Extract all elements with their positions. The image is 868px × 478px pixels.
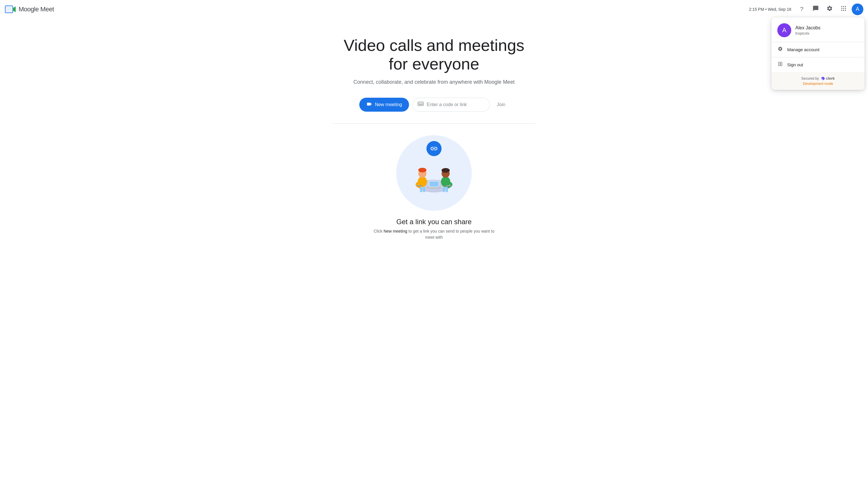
feedback-button[interactable] [810,3,822,15]
user-info-email: tropicolx [795,31,820,35]
link-badge [427,141,441,156]
svg-rect-13 [418,102,423,106]
svg-point-4 [843,6,844,7]
svg-rect-18 [419,104,423,105]
section-divider [332,123,536,124]
settings-button[interactable] [824,3,835,15]
user-info: Alex Jacobs tropicolx [795,25,820,35]
help-button[interactable]: ? [796,3,808,15]
svg-point-10 [843,10,844,11]
svg-rect-16 [421,103,422,104]
svg-rect-17 [422,103,423,104]
user-menu-dropdown: A Alex Jacobs tropicolx Manage account [772,18,865,90]
svg-rect-15 [420,103,420,104]
new-meeting-label: New meeting [375,102,402,107]
hero-subtitle: Connect, collaborate, and celebrate from… [353,78,515,86]
user-avatar-large: A [777,23,791,37]
apps-button[interactable] [838,3,849,15]
svg-point-8 [845,8,846,9]
main-content: Video calls and meetings for everyone Co… [0,19,868,240]
feedback-icon [812,5,819,13]
illustration-description: Click New meeting to get a link you can … [373,228,495,240]
svg-point-6 [841,8,842,9]
svg-point-5 [845,6,846,7]
datetime-display: 2:15 PM • Wed, Sep 18 [749,7,791,12]
secured-text: Secured by clerk [801,76,835,81]
dev-mode-text: Development mode [803,82,833,86]
join-button[interactable]: Join [493,100,509,110]
clerk-label: clerk [826,76,835,81]
logo-text: Moogle Meet [19,5,54,13]
svg-point-26 [441,168,450,173]
svg-rect-35 [446,185,452,186]
avatar-letter: A [856,6,859,12]
illustration-desc-bold: New meeting [383,229,407,234]
illustration-title: Get a link you can share [397,218,472,226]
svg-rect-33 [446,187,448,192]
people-illustration [405,151,463,204]
illustration-section: Get a link you can share Click New meeti… [373,135,495,240]
help-icon: ? [800,6,803,12]
new-meeting-button[interactable]: New meeting [359,98,409,112]
code-input-area [412,98,490,112]
manage-account-item[interactable]: Manage account [772,42,865,57]
svg-point-11 [845,10,846,11]
sign-out-icon [777,61,783,68]
clerk-logo: clerk [821,76,835,81]
svg-rect-28 [429,181,439,187]
header-right: 2:15 PM • Wed, Sep 18 ? [749,3,863,15]
action-area: New meeting Join [359,98,509,112]
svg-rect-32 [443,187,445,192]
svg-rect-1 [6,6,12,12]
keyboard-icon [417,100,424,109]
svg-point-3 [841,6,842,7]
apps-icon [840,5,847,13]
moogle-meet-logo-icon [5,3,16,15]
user-info-name: Alex Jacobs [795,25,820,31]
svg-point-9 [841,10,842,11]
header: Moogle Meet 2:15 PM • Wed, Sep 18 ? [0,0,868,19]
settings-icon [827,5,833,13]
logo-area: Moogle Meet [5,3,54,15]
user-menu-header: A Alex Jacobs tropicolx [772,18,865,42]
manage-account-label: Manage account [787,47,819,52]
svg-rect-14 [419,103,420,104]
svg-rect-30 [420,187,422,192]
video-camera-icon [366,101,372,108]
manage-account-icon [777,46,783,53]
account-avatar-button[interactable]: A [852,3,863,15]
svg-marker-2 [13,6,16,12]
svg-rect-34 [416,185,422,186]
svg-point-7 [843,8,844,9]
svg-rect-29 [427,187,441,188]
hero-title: Video calls and meetings for everyone [332,36,536,73]
svg-rect-31 [423,187,425,192]
sign-out-item[interactable]: Sign out [772,57,865,72]
illustration-circle [396,135,472,211]
svg-point-23 [418,168,427,172]
menu-footer: Secured by clerk Development mode [772,72,865,90]
sign-out-label: Sign out [787,62,803,67]
code-link-input[interactable] [427,102,485,107]
